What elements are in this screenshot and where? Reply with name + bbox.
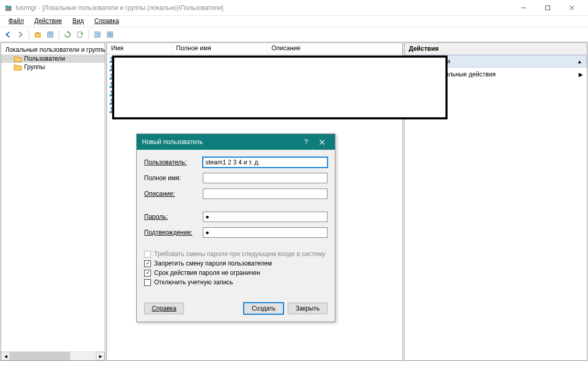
- checkbox-icon[interactable]: [144, 270, 151, 277]
- window-controls: [511, 0, 584, 16]
- column-description[interactable]: Описание: [267, 43, 402, 54]
- checkbox-icon[interactable]: [144, 260, 151, 267]
- checkbox-no-expire[interactable]: Срок действия пароля не ограничен: [144, 269, 328, 277]
- scroll-left-icon[interactable]: ◂: [1, 352, 10, 360]
- redacted-area: [112, 56, 448, 119]
- description-label: Описание:: [144, 190, 203, 197]
- horizontal-scrollbar[interactable]: ◂ ▸: [1, 351, 105, 360]
- new-user-dialog: Новый пользователь ? Пользователь: Полно…: [136, 134, 335, 322]
- fullname-input[interactable]: [203, 173, 328, 183]
- minimize-button[interactable]: [511, 0, 536, 16]
- password-label: Пароль:: [144, 213, 203, 220]
- export-button[interactable]: [74, 29, 86, 40]
- tree-item-users[interactable]: Пользователи: [1, 54, 105, 63]
- dialog-help-button[interactable]: ?: [298, 134, 314, 150]
- help-button[interactable]: Справка: [144, 303, 184, 314]
- list-button[interactable]: [104, 29, 116, 40]
- menu-action[interactable]: Действие: [29, 16, 68, 27]
- folder-icon: [14, 63, 22, 71]
- menu-view[interactable]: Вид: [67, 16, 89, 27]
- dialog-title: Новый пользователь: [142, 138, 298, 146]
- checkbox-label: Запретить смену пароля пользователем: [154, 260, 272, 267]
- checkbox-require-change: Требовать смены пароля при следующем вхо…: [144, 250, 328, 258]
- app-icon: [4, 4, 13, 12]
- dialog-body: Пользователь: Полное имя: Описание: Паро…: [137, 150, 335, 293]
- actions-header: Действия: [405, 43, 587, 55]
- user-label: Пользователь:: [144, 159, 203, 166]
- list-header: Имя Полное имя Описание: [107, 43, 402, 54]
- menu-help[interactable]: Справка: [89, 16, 124, 27]
- maximize-button[interactable]: [536, 0, 560, 16]
- confirm-input[interactable]: [203, 227, 328, 238]
- scroll-thumb[interactable]: [10, 352, 70, 360]
- toolbar-separator: [59, 30, 59, 39]
- refresh-button[interactable]: [62, 29, 73, 40]
- checkbox-icon[interactable]: [144, 279, 151, 286]
- password-input[interactable]: [203, 212, 328, 222]
- checkbox-label: Требовать смены пароля при следующем вхо…: [154, 250, 325, 258]
- toolbar: ?: [0, 27, 588, 42]
- description-input[interactable]: [203, 189, 328, 199]
- list-body: [107, 54, 402, 114]
- menubar: Файл Действие Вид Справка: [0, 16, 588, 27]
- dialog-titlebar: Новый пользователь ?: [137, 134, 335, 150]
- toolbar-separator: [89, 30, 89, 39]
- titlebar: lusrmgr - [Локальные пользователи и груп…: [0, 0, 588, 16]
- svg-rect-2: [5, 8, 12, 11]
- help-button[interactable]: ?: [92, 29, 103, 40]
- up-button[interactable]: [32, 29, 43, 40]
- tree-item-groups[interactable]: Группы: [1, 63, 105, 71]
- tree-item-label: Группы: [24, 63, 45, 71]
- forward-button[interactable]: [15, 29, 26, 40]
- tree-item-label: Пользователи: [24, 55, 65, 62]
- back-button[interactable]: [2, 29, 14, 40]
- scroll-right-icon[interactable]: ▸: [96, 352, 105, 360]
- svg-rect-11: [78, 32, 82, 37]
- properties-button[interactable]: [45, 29, 56, 40]
- column-name[interactable]: Имя: [107, 43, 172, 54]
- fullname-label: Полное имя:: [144, 174, 203, 182]
- collapse-icon: ▲: [577, 59, 582, 64]
- checkbox-label: Срок действия пароля не ограничен: [154, 269, 260, 277]
- checkbox-no-change[interactable]: Запретить смену пароля пользователем: [144, 260, 328, 267]
- toolbar-separator: [29, 30, 29, 39]
- tree-root[interactable]: Локальные пользователи и группы: [1, 45, 105, 54]
- cancel-button[interactable]: Закрыть: [288, 303, 328, 314]
- checkbox-icon: [144, 251, 151, 258]
- tree-root-label: Локальные пользователи и группы: [5, 46, 105, 53]
- svg-rect-4: [546, 6, 550, 10]
- user-input[interactable]: [203, 157, 328, 168]
- close-button[interactable]: [560, 0, 584, 16]
- menu-file[interactable]: Файл: [3, 16, 29, 27]
- checkbox-label: Отключить учетную запись: [154, 279, 233, 286]
- window-title: lusrmgr - [Локальные пользователи и груп…: [16, 4, 511, 12]
- svg-rect-8: [48, 32, 53, 37]
- checkbox-disable[interactable]: Отключить учетную запись: [144, 279, 328, 286]
- column-fullname[interactable]: Полное имя: [172, 43, 267, 54]
- confirm-label: Подтверждение:: [144, 229, 203, 236]
- svg-rect-7: [35, 33, 40, 37]
- tree-panel: Локальные пользователи и группы Пользова…: [1, 42, 105, 361]
- create-button[interactable]: Создать: [244, 303, 284, 314]
- folder-icon: [14, 55, 22, 62]
- submenu-arrow-icon: ▶: [579, 71, 583, 78]
- dialog-footer: Справка Создать Закрыть: [137, 293, 335, 322]
- dialog-close-button[interactable]: [314, 134, 330, 150]
- svg-text:?: ?: [96, 32, 99, 38]
- svg-point-0: [5, 5, 8, 8]
